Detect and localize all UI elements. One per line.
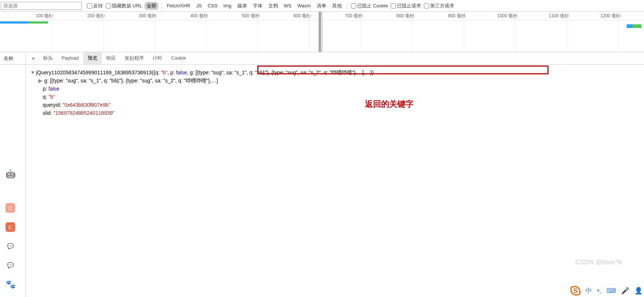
tree-q-line: q: "b" (38, 93, 640, 101)
network-filter-bar: 反转 隐藏数据 URL 全部 Fetch/XHR JS CSS Img 媒体 字… (0, 0, 644, 12)
baidu-paw-icon[interactable]: 🐾 (6, 280, 15, 289)
tab-payload[interactable]: Payload (57, 52, 83, 64)
time-cursor-range (318, 12, 323, 52)
rtype-font[interactable]: 字体 (251, 2, 265, 10)
timeline-tick: 500 毫秒 (242, 13, 259, 19)
rtype-img[interactable]: Img (221, 2, 234, 9)
hide-data-url-checkbox[interactable]: 隐藏数据 URL (106, 3, 142, 9)
tree-g-line[interactable]: ▶ g: [{type: "sug", sa: "s_1", q: "b站"},… (38, 77, 640, 85)
separator (347, 3, 347, 9)
timeline-tick: 700 毫秒 (345, 13, 362, 19)
timeline-tick: 100 毫秒 (36, 13, 53, 19)
timeline-tick: 400 毫秒 (190, 13, 208, 19)
ime-keyboard-icon[interactable]: ⌨ (606, 287, 616, 295)
name-header[interactable]: 名称 (0, 52, 25, 65)
watermark: CSDN @bear*6 (575, 259, 622, 266)
annotation-label: 返回的关键字 (365, 100, 414, 108)
timeline-tick: 1000 毫秒 (497, 13, 517, 19)
rtype-media[interactable]: 媒体 (235, 2, 249, 10)
main-area: 名称 × 标头 Payload 预览 响应 发起程序 计时 Cookie ▼ j… (0, 52, 644, 297)
tab-cookies[interactable]: Cookie (167, 52, 190, 64)
rtype-css[interactable]: CSS (205, 2, 220, 9)
rtype-doc[interactable]: 文档 (266, 2, 280, 10)
triangle-down-icon[interactable]: ▼ (30, 68, 35, 77)
csdn-icon-light[interactable]: C (6, 203, 15, 213)
rtype-wasm[interactable]: Wasm (295, 2, 313, 9)
timeline-tick: 1200 毫秒 (600, 13, 620, 19)
robot-icon[interactable]: 🤖 (6, 169, 15, 179)
timeline-tick: 200 毫秒 (87, 13, 105, 19)
filter-input[interactable] (1, 2, 82, 10)
third-party-checkbox[interactable]: 第三方请求 (424, 3, 454, 9)
message-icon[interactable]: 💬 (6, 241, 15, 251)
rtype-fetch[interactable]: Fetch/XHR (165, 2, 193, 9)
left-icon-rail: 🤖 C C 💬 💬 🐾 💬 (2, 184, 18, 297)
tab-headers[interactable]: 标头 (39, 52, 57, 65)
activity-segment (627, 24, 641, 28)
rtype-all[interactable]: 全部 (145, 2, 159, 10)
tree-queryid-line: queryid: "0x643b830f807e9b" (38, 101, 640, 109)
timeline-tick: 900 毫秒 (448, 13, 465, 19)
rtype-js[interactable]: JS (194, 2, 204, 9)
tree-p-line: p: false (38, 85, 640, 93)
preview-body: ▼ jQuery110205834745999011169_1638953736… (26, 65, 644, 297)
rtype-manifest[interactable]: 清单 (314, 2, 328, 10)
timeline-tick: 300 毫秒 (139, 13, 156, 19)
separator (161, 3, 162, 9)
detail-panel: × 标头 Payload 预览 响应 发起程序 计时 Cookie ▼ jQue… (26, 52, 644, 297)
tab-timing[interactable]: 计时 (148, 52, 167, 65)
ime-punct-icon[interactable]: •, (597, 287, 601, 295)
rtype-other[interactable]: 其他 (330, 2, 344, 10)
detail-tablist: × 标头 Payload 预览 响应 发起程序 计时 Cookie (26, 52, 644, 65)
blocked-requests-checkbox[interactable]: 已阻止请求 (391, 3, 421, 9)
rtype-ws[interactable]: WS (282, 2, 294, 9)
time-cursor[interactable] (320, 12, 320, 52)
tab-preview[interactable]: 预览 (83, 52, 102, 65)
sogou-icon[interactable]: S (570, 286, 581, 296)
tab-response[interactable]: 响应 (102, 52, 120, 65)
triangle-right-icon[interactable]: ▶ (38, 77, 43, 85)
close-icon[interactable]: × (28, 55, 39, 61)
ime-tray: S 中 •, ⌨ 🎤 👤 (571, 286, 643, 296)
timeline-tick: 1100 毫秒 (549, 13, 569, 19)
timeline-tick: 800 毫秒 (396, 13, 414, 19)
csdn-icon[interactable]: C (6, 222, 15, 232)
ime-voice-icon[interactable]: 🎤 (621, 287, 629, 295)
activity-segment (0, 21, 48, 24)
tree-slid-line: slid: "15697924885240118939" (38, 109, 640, 117)
invert-checkbox[interactable]: 反转 (87, 3, 103, 9)
tree-root-line[interactable]: ▼ jQuery110205834745999011169_1638953736… (30, 68, 640, 77)
network-timeline[interactable]: 100 毫秒200 毫秒300 毫秒400 毫秒500 毫秒600 毫秒700 … (0, 12, 644, 52)
timeline-tick: 600 毫秒 (293, 13, 311, 19)
ime-user-icon[interactable]: 👤 (634, 287, 643, 295)
ime-zh-icon[interactable]: 中 (585, 286, 592, 295)
tab-initiator[interactable]: 发起程序 (120, 52, 148, 65)
message-icon-2[interactable]: 💬 (6, 261, 15, 270)
blocked-cookies-checkbox[interactable]: 已阻止 Cookie (351, 3, 388, 9)
